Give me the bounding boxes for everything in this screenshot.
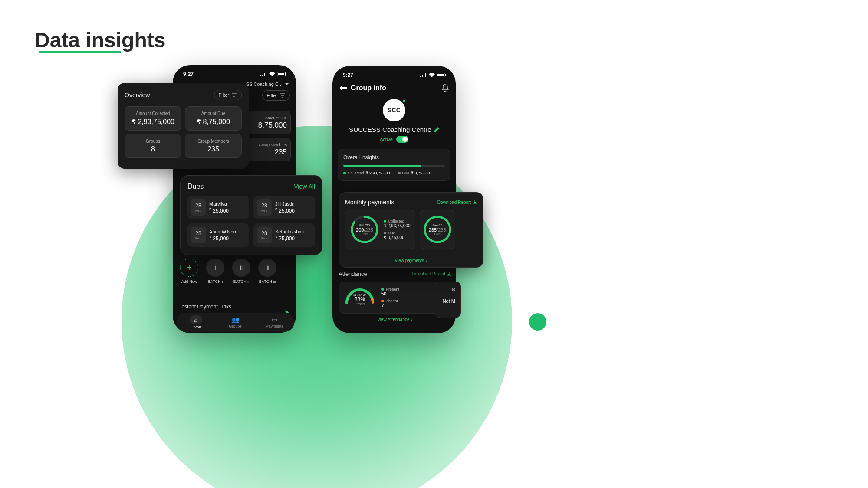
month-card-feb[interactable]: Feb'25 200/235 Paid Collected₹ 2,93,75,0… <box>345 210 415 249</box>
batch-label: BATCH iii <box>259 279 276 284</box>
nav-home[interactable]: ⌂ Home <box>176 313 216 332</box>
groups-icon: 👥 <box>232 316 239 323</box>
back-icon[interactable] <box>339 85 347 91</box>
date-box: 28Feb <box>191 199 206 216</box>
download-label: Download Report <box>437 200 471 205</box>
due-item[interactable]: 28FebSethulakshmi₹ 25,000 <box>253 223 315 247</box>
half-ring-chart: 11 Jan 24 88% Present <box>344 287 375 308</box>
overview-title: Overview <box>125 92 150 98</box>
due-amount: ₹ 25,000 <box>275 235 312 242</box>
month-card-jan[interactable]: Jan'25 235/235 Paid <box>420 210 455 249</box>
filter-button-inner[interactable]: Filter <box>262 90 290 101</box>
nav-label: Payments <box>266 324 283 328</box>
chevron-down-icon <box>285 82 289 86</box>
batch-i[interactable]: i BATCH i <box>206 259 224 284</box>
batch-label: BATCH i <box>208 279 223 284</box>
filter-label: Filter <box>267 93 277 98</box>
nav-groups[interactable]: 👥 Groups <box>216 313 255 332</box>
insights-title: Overall insights <box>343 154 445 160</box>
ring-ratio: 200/235 <box>356 227 373 233</box>
stat-value: ₹ 8,75,000 <box>189 118 238 126</box>
nav-payments[interactable]: ▭ Payments <box>255 313 294 332</box>
batch-label: Add New <box>181 279 197 284</box>
group-name-row: SUCCESS Coaching Centre <box>332 126 456 133</box>
download-label: Download Report <box>412 272 445 276</box>
bottom-nav: ⌂ Home 👥 Groups ▭ Payments <box>176 313 294 332</box>
group-info-title: Group info <box>351 84 386 92</box>
signal-icon <box>260 72 267 76</box>
download-icon <box>447 272 451 276</box>
download-report-link[interactable]: Download Report <box>437 200 477 205</box>
page-title: Data insights <box>35 28 165 52</box>
download-report-link[interactable]: Download Report <box>412 272 451 276</box>
attendance-card[interactable]: 11 Jan 24 88% Present Present50 Absent7 <box>339 282 451 314</box>
present-stat: Present50 <box>381 287 399 296</box>
batch-icon: i <box>206 259 224 277</box>
active-toggle[interactable] <box>396 136 408 143</box>
view-all-link[interactable]: View All <box>294 183 315 190</box>
stat-label: Group Members <box>189 139 238 144</box>
stat-groups: Groups 8 <box>125 134 181 158</box>
att2-title: To <box>441 287 455 291</box>
ring-chart-feb: Feb'25 200/235 Paid <box>350 215 379 244</box>
due-name: Anna Wilson <box>209 229 246 234</box>
chevron-right-icon: › <box>411 317 412 322</box>
ipl-label: Instant Payment Links <box>180 304 231 310</box>
stat-members: Group Members 235 <box>185 134 242 158</box>
batch-iii[interactable]: iii BATCH iii <box>258 259 276 284</box>
view-payments-link[interactable]: View payments › <box>395 258 427 263</box>
collected-stat: Collected₹ 2,93,75,000 <box>384 219 411 228</box>
add-new-batch[interactable]: + Add New <box>180 259 198 284</box>
batch-label: BATCH ii <box>233 279 249 284</box>
due-amount: ₹ 25,000 <box>209 207 246 214</box>
due-name: Maryliya <box>209 201 246 206</box>
batch-icon: ii <box>232 259 250 277</box>
status-time: 9:27 <box>183 71 194 77</box>
monthly-title: Monthly payments <box>345 199 395 206</box>
attendance-title: Attendance <box>339 271 367 277</box>
status-bar: 9:27 <box>332 66 456 81</box>
view-attendance-label: View Attendance <box>377 317 409 322</box>
batch-ii[interactable]: ii BATCH ii <box>232 259 250 284</box>
stat-due: Amount Due ₹ 8,75,000 <box>185 106 242 131</box>
filter-icon <box>280 93 285 98</box>
status-time: 9:27 <box>343 72 353 78</box>
overall-insights-card: Overall insights Collected₹ 2,93,75,000 … <box>338 149 450 181</box>
edit-icon[interactable] <box>434 127 439 132</box>
battery-icon <box>277 72 286 76</box>
due-amount: ₹ 25,000 <box>275 207 312 214</box>
wifi-icon <box>269 72 275 76</box>
accent-dot <box>529 313 546 331</box>
filter-icon <box>232 93 237 97</box>
status-bar: 9:27 <box>173 65 296 80</box>
date-box: 28Feb <box>191 227 206 243</box>
att2-value: Not M <box>441 298 455 304</box>
download-icon <box>473 200 477 204</box>
stat-value: ₹ 2,93,75,000 <box>128 118 178 126</box>
chevron-right-icon: › <box>426 258 427 263</box>
due-item[interactable]: 28FebMaryliya₹ 25,000 <box>187 196 249 219</box>
filter-button[interactable]: Filter <box>214 90 242 100</box>
attendance-pct: 88% <box>355 296 365 302</box>
batch-icon: iii <box>258 259 276 277</box>
stat-value: 8 <box>128 145 178 153</box>
bell-icon[interactable] <box>442 84 449 92</box>
stat-collected: Amount Collected ₹ 2,93,75,000 <box>125 106 181 131</box>
active-label: Active <box>380 137 393 142</box>
payments-icon: ▭ <box>272 316 277 323</box>
ring-paid-label: Paid <box>434 233 441 236</box>
group-name: SUCCESS Coaching Centre <box>349 126 431 133</box>
ring-month: Jan'25 <box>432 223 442 227</box>
progress-bar <box>343 165 445 167</box>
due-stat: Due₹ 8,75,000 <box>384 231 411 240</box>
wifi-icon <box>429 73 435 77</box>
nav-label: Home <box>191 325 201 329</box>
batch-row: + Add New i BATCH i ii BATCH ii iii BATC… <box>180 259 289 284</box>
due-name: Jiji Justin <box>275 201 312 206</box>
date-box: 28Feb <box>257 199 272 216</box>
due-item[interactable]: 28FebAnna Wilson₹ 25,000 <box>187 223 249 247</box>
attendance-card-next[interactable]: To Not M <box>435 282 461 318</box>
due-item[interactable]: 28FebJiji Justin₹ 25,000 <box>253 196 315 219</box>
active-toggle-row: Active <box>332 136 456 143</box>
ring-ratio: 235/235 <box>429 227 446 233</box>
